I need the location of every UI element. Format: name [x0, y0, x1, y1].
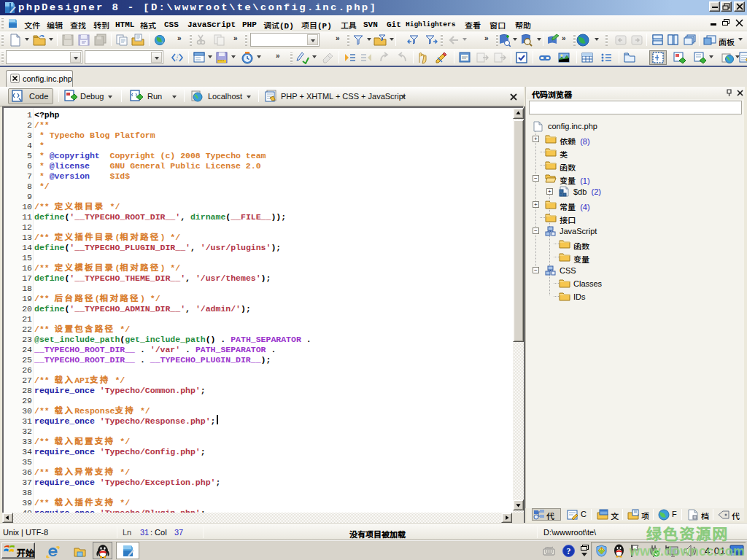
svg-text:?: ? [567, 546, 571, 556]
